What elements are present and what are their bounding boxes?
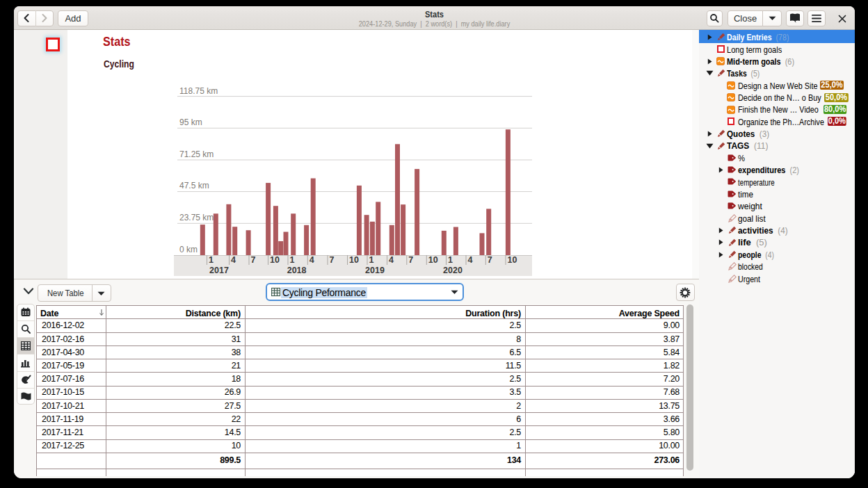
svg-text:10: 10 xyxy=(428,255,438,265)
svg-text:4: 4 xyxy=(389,255,394,265)
svg-text:1: 1 xyxy=(369,255,374,265)
svg-text:1: 1 xyxy=(290,255,295,265)
svg-text:7: 7 xyxy=(408,255,413,265)
svg-text:47.5 km: 47.5 km xyxy=(179,181,209,190)
svg-text:7: 7 xyxy=(488,255,492,265)
svg-text:10: 10 xyxy=(508,255,517,265)
svg-text:95 km: 95 km xyxy=(179,117,202,127)
svg-text:0 km: 0 km xyxy=(179,245,198,254)
svg-text:4: 4 xyxy=(310,255,314,265)
svg-text:7: 7 xyxy=(330,255,335,265)
svg-text:118.75 km: 118.75 km xyxy=(179,86,218,96)
svg-text:7: 7 xyxy=(251,255,256,265)
svg-text:4: 4 xyxy=(468,255,473,265)
svg-text:2018: 2018 xyxy=(287,266,307,275)
svg-text:10: 10 xyxy=(349,255,359,265)
svg-text:2020: 2020 xyxy=(443,266,463,275)
svg-text:23.75 km: 23.75 km xyxy=(179,213,214,222)
svg-text:10: 10 xyxy=(270,255,280,265)
svg-text:71.25 km: 71.25 km xyxy=(179,149,214,159)
svg-text:4: 4 xyxy=(231,255,236,265)
svg-text:1: 1 xyxy=(448,255,453,265)
svg-text:2019: 2019 xyxy=(365,266,385,275)
svg-text:2017: 2017 xyxy=(209,266,229,275)
svg-text:1: 1 xyxy=(209,255,214,265)
